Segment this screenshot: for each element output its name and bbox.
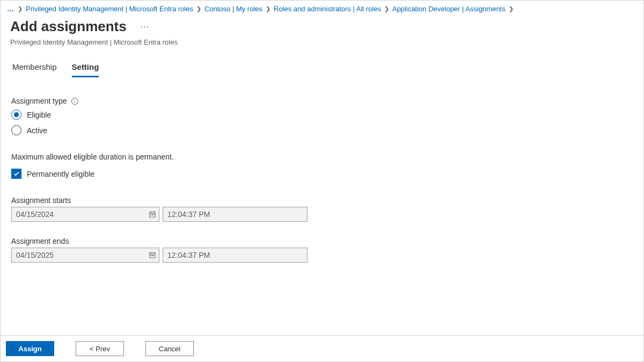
start-date-field[interactable] <box>11 207 159 222</box>
breadcrumb: … ❯ Privileged Identity Management | Mic… <box>1 1 643 15</box>
tab-membership[interactable]: Membership <box>12 62 57 77</box>
radio-eligible-label: Eligible <box>27 111 51 119</box>
breadcrumb-link-contoso[interactable]: Contoso | My roles <box>204 5 262 13</box>
end-date-field-wrap <box>11 248 159 263</box>
tabs: Membership Setting <box>1 46 643 77</box>
assignment-ends-row <box>11 248 634 263</box>
end-time-field[interactable] <box>163 248 308 263</box>
end-date-field[interactable] <box>11 248 159 263</box>
chevron-right-icon: ❯ <box>18 5 23 12</box>
prev-button[interactable]: < Prev <box>76 341 124 356</box>
chevron-right-icon: ❯ <box>509 5 514 12</box>
page-subtitle: Privileged Identity Management | Microso… <box>1 37 643 46</box>
start-time-field[interactable] <box>163 207 308 222</box>
assignment-type-label: Assignment type i <box>11 97 634 105</box>
breadcrumb-more[interactable]: … <box>7 5 14 13</box>
page-header: Add assignments ··· <box>1 15 643 37</box>
form-content: Assignment type i Eligible Active Maximu… <box>1 77 643 263</box>
chevron-right-icon: ❯ <box>266 5 270 12</box>
assignment-ends-label: Assignment ends <box>11 237 634 245</box>
breadcrumb-link-roles[interactable]: Roles and administrators | All roles <box>274 5 381 13</box>
breadcrumb-link-appdev[interactable]: Application Developer | Assignments <box>392 5 506 13</box>
page-title: Add assignments <box>10 18 127 35</box>
assignment-starts-row <box>11 207 634 222</box>
radio-active[interactable]: Active <box>11 125 634 135</box>
tab-setting[interactable]: Setting <box>72 62 99 77</box>
breadcrumb-link-pim[interactable]: Privileged Identity Management | Microso… <box>26 5 193 13</box>
assignment-type-label-text: Assignment type <box>11 97 67 105</box>
footer-actions: Assign < Prev Cancel <box>1 335 643 361</box>
radio-icon <box>11 125 21 135</box>
cancel-button[interactable]: Cancel <box>145 341 194 356</box>
radio-eligible[interactable]: Eligible <box>11 110 634 120</box>
assign-button[interactable]: Assign <box>6 341 54 356</box>
more-actions-button[interactable]: ··· <box>141 22 149 32</box>
duration-info-text: Maximum allowed eligible duration is per… <box>11 153 634 161</box>
chevron-right-icon: ❯ <box>384 5 389 12</box>
info-icon[interactable]: i <box>71 98 78 105</box>
start-date-field-wrap <box>11 207 159 222</box>
permanent-eligible-checkbox[interactable]: Permanently eligible <box>11 169 634 179</box>
chevron-right-icon: ❯ <box>196 5 201 12</box>
permanent-eligible-label: Permanently eligible <box>27 170 94 178</box>
assignment-starts-label: Assignment starts <box>11 196 634 205</box>
radio-active-label: Active <box>27 126 47 135</box>
assignment-type-radio-group: Eligible Active <box>11 110 634 135</box>
checkbox-icon <box>11 169 21 179</box>
radio-icon <box>11 110 21 120</box>
